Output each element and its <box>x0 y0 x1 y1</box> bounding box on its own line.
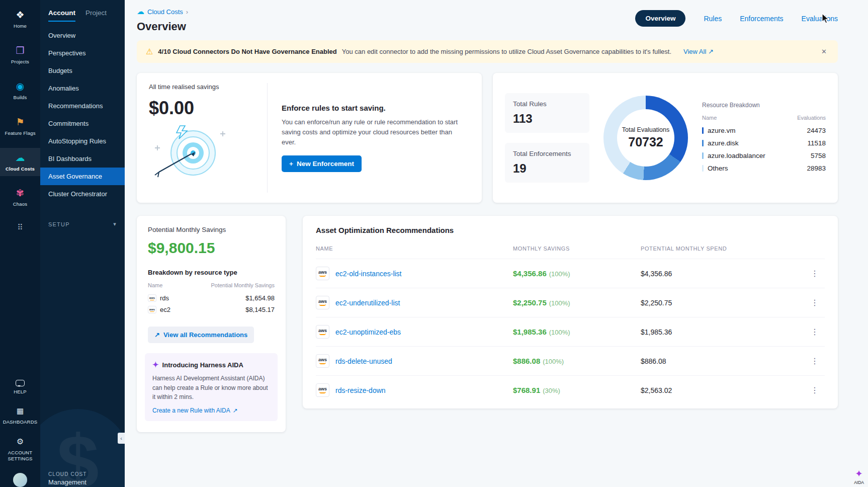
tab-enforcements[interactable]: Enforcements <box>740 15 783 23</box>
sidebar-item-budgets[interactable]: Budgets <box>40 62 125 79</box>
spend-value: $4,356.86 <box>641 270 805 278</box>
table-row[interactable]: aws rds-resize-down $768.91(30%) $2,563.… <box>316 375 825 404</box>
banner-title: 4/10 Cloud Connectors Do Not Have Govern… <box>158 48 336 55</box>
sidebar-nav: Overview Perspectives Budgets Anomalies … <box>40 27 125 203</box>
potential-col-name: Name <box>148 282 162 288</box>
create-rule-with-aida-link[interactable]: Create a new Rule with AIDA ↗ <box>152 407 270 414</box>
sidebar-setup-toggle[interactable]: SETUP ▾ <box>40 216 125 232</box>
row-menu-kebab-icon[interactable]: ⋮ <box>805 385 825 395</box>
recommendation-link[interactable]: rds-delete-unused <box>335 357 392 365</box>
breakdown-name: azure.vm <box>708 127 736 134</box>
sidebar-item-perspectives[interactable]: Perspectives <box>40 44 125 62</box>
row-menu-kebab-icon[interactable]: ⋮ <box>805 327 825 337</box>
tab-project[interactable]: Project <box>85 9 107 22</box>
aws-icon: aws <box>316 296 329 309</box>
tab-evaluations[interactable]: Evaluations <box>802 15 838 23</box>
app-rail: ❖ Home ❐ Projects ◉ Builds ⚑ Feature Fla… <box>0 0 40 487</box>
sidebar-collapse-toggle[interactable]: ‹ <box>118 433 125 444</box>
breakdown-value: 11518 <box>807 139 826 147</box>
realised-savings-card: All time realised savings $0.00 <box>137 73 482 203</box>
spend-value: $886.08 <box>641 357 805 365</box>
harness-logo-icon: ❖ <box>16 10 24 21</box>
aida-fab-label: AIDA <box>854 480 864 485</box>
legend-chip <box>702 140 704 146</box>
total-enforcements-stat: Total Enforcements 19 <box>505 143 589 183</box>
total-rules-value: 113 <box>513 112 581 126</box>
table-row[interactable]: aws ec2-underutilized-list $2,250.75(100… <box>316 288 825 317</box>
sidebar-item-recommendations[interactable]: Recommendations <box>40 97 125 115</box>
scope-tabs: Account Project <box>40 0 125 22</box>
recommendation-link[interactable]: rds-resize-down <box>335 386 386 394</box>
breakdown-row: azure.loadbalancer 5758 <box>702 149 826 162</box>
breakdown-value: 24473 <box>807 127 826 134</box>
rail-item-home[interactable]: ❖ Home <box>0 5 40 34</box>
cloud-costs-sidebar: Account Project Overview Perspectives Bu… <box>40 0 125 487</box>
banner-close-icon[interactable]: ✕ <box>819 47 829 56</box>
page-title: Overview <box>137 20 188 33</box>
dashboards-icon: ▦ <box>17 405 24 417</box>
table-row[interactable]: aws ec2-unoptimized-ebs $1,985.36(100%) … <box>316 317 825 346</box>
sidebar-item-anomalies[interactable]: Anomalies <box>40 79 125 97</box>
potential-row: aws ec2 $8,145.17 <box>148 304 275 315</box>
external-link-icon: ↗ <box>708 48 714 55</box>
recommendations-table-header: NAME MONTHLY SAVINGS POTENTIAL MONTHLY S… <box>316 246 825 259</box>
sidebar-item-cluster-orchestrator[interactable]: Cluster Orchestrator <box>40 185 125 203</box>
aws-icon: aws <box>316 325 329 339</box>
breakdown-value: 28983 <box>807 165 826 172</box>
rail-item-dashboards[interactable]: ▦ DASHBOARDS <box>0 402 40 428</box>
donut-center: Total Evaluations 70732 <box>617 109 674 167</box>
target-illustration <box>149 122 229 181</box>
sidebar-item-autostopping-rules[interactable]: AutoStopping Rules <box>40 132 125 150</box>
recommendation-link[interactable]: ec2-unoptimized-ebs <box>335 328 401 336</box>
module-label: CLOUD COST Management <box>40 466 125 487</box>
donut-center-label: Total Evaluations <box>622 126 670 133</box>
row-menu-kebab-icon[interactable]: ⋮ <box>805 356 825 366</box>
rail-item-cloud-costs[interactable]: ☁ Cloud Costs <box>0 148 40 177</box>
row-menu-kebab-icon[interactable]: ⋮ <box>805 269 825 278</box>
aida-promo-panel: ✦ Introducing Harness AIDA Harness AI De… <box>145 353 278 421</box>
page-header: ☁ Cloud Costs › Overview Overview Rules … <box>125 0 868 39</box>
rail-item-projects[interactable]: ❐ Projects <box>0 41 40 69</box>
enforce-cta-body: You can enforce/run any rule or rule rec… <box>282 117 468 147</box>
table-row[interactable]: aws ec2-old-instances-list $4,356.86(100… <box>316 259 825 288</box>
rail-item-builds[interactable]: ◉ Builds <box>0 76 40 105</box>
breadcrumb-cloud-costs[interactable]: Cloud Costs <box>147 8 183 16</box>
rail-item-label: Cloud Costs <box>6 166 35 172</box>
rail-item-feature-flags[interactable]: ⚑ Feature Flags <box>0 112 40 141</box>
sidebar-item-commitments[interactable]: Commitments <box>40 115 125 132</box>
potential-savings-title: Potential Monthly Savings <box>148 226 275 233</box>
user-avatar[interactable] <box>13 473 27 487</box>
sidebar-item-overview[interactable]: Overview <box>40 27 125 44</box>
cloud-icon: ☁ <box>137 7 144 16</box>
external-link-icon: ↗ <box>233 407 238 414</box>
sidebar-item-asset-governance[interactable]: Asset Governance <box>40 168 125 185</box>
rail-item-label: ACCOUNT SETTINGS <box>4 450 36 462</box>
recommendation-link[interactable]: ec2-old-instances-list <box>335 270 402 278</box>
tab-overview[interactable]: Overview <box>635 10 685 27</box>
projects-icon: ❐ <box>16 45 24 56</box>
spend-value: $2,250.75 <box>641 299 805 307</box>
builds-icon: ◉ <box>16 81 25 92</box>
table-row[interactable]: aws rds-delete-unused $886.08(100%) $886… <box>316 346 825 375</box>
rail-item-chaos[interactable]: ✾ Chaos <box>0 183 40 212</box>
row-menu-kebab-icon[interactable]: ⋮ <box>805 298 825 307</box>
sidebar-item-bi-dashboards[interactable]: BI Dashboards <box>40 150 125 168</box>
module-picker-button[interactable]: ⠿ <box>0 219 40 236</box>
module-label-line1: CLOUD COST <box>48 471 117 477</box>
realised-savings-title: All time realised savings <box>149 83 267 91</box>
new-enforcement-button[interactable]: + New Enforcement <box>282 155 362 172</box>
account-settings-icon: ⚙ <box>17 436 24 447</box>
potential-savings-card: Potential Monthly Savings $9,800.15 Brea… <box>137 216 286 432</box>
aws-icon: aws <box>316 354 329 368</box>
rail-item-label: Projects <box>11 59 29 65</box>
rail-item-help[interactable]: HELP <box>0 377 40 398</box>
view-all-recommendations-button[interactable]: ↗ View all Recommendations <box>148 327 254 343</box>
breakdown-value: 5758 <box>811 152 826 159</box>
banner-view-all-link[interactable]: View All ↗ <box>683 48 714 55</box>
recommendation-link[interactable]: ec2-underutilized-list <box>335 299 400 307</box>
rail-item-account-settings[interactable]: ⚙ ACCOUNT SETTINGS <box>0 433 40 465</box>
tab-account[interactable]: Account <box>48 9 75 22</box>
potential-row: aws rds $1,654.98 <box>148 292 275 304</box>
aida-assistant-button[interactable]: ✦ AIDA <box>854 468 864 485</box>
tab-rules[interactable]: Rules <box>704 15 722 23</box>
